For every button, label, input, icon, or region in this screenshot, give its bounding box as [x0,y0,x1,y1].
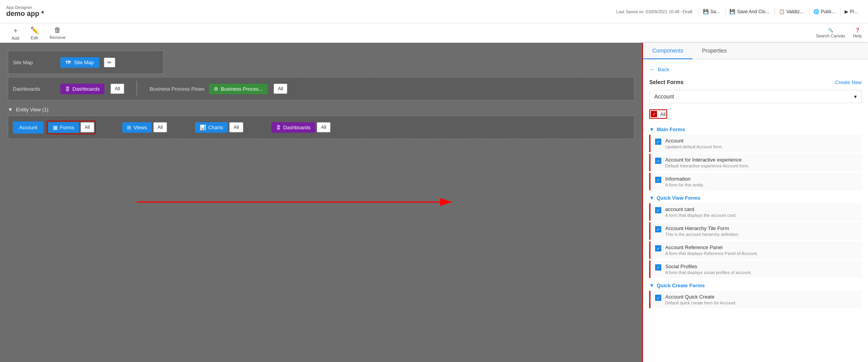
form-text-group: AccountUpdated default Account form. [665,138,723,149]
charts-chip[interactable]: 📊 Charts [195,122,228,133]
main-forms-list: ✓AccountUpdated default Account form.✓Ac… [649,135,862,190]
dashboards-row: Dashboards 🎛 Dashboards All Business Pro… [8,77,634,100]
tab-components[interactable]: Components [643,43,692,59]
select-forms-label: Select Forms [649,79,684,85]
form-checkbox[interactable]: ✓ [655,245,661,251]
form-text-group: Social ProfilesA form that displays soci… [665,264,752,275]
last-saved-text: Last Saved on :03/09/2021 10:48 ~Draft [616,9,692,14]
top-bar-actions: Last Saved on :03/09/2021 10:48 ~Draft 💾… [616,7,862,16]
forms-chip-group: ▦ Forms All [48,122,94,133]
form-checkbox[interactable]: ✓ [655,264,661,271]
entity-row: Account ▦ Forms All ⊞ Views All [8,116,634,139]
form-name: Account Hierarchy Tile Form [665,225,739,231]
main-forms-section-header[interactable]: ▼ Main Forms [649,123,862,135]
form-text-group: InformationA form for this entity. [665,176,704,187]
form-name: Account Quick Create [665,294,735,300]
annotation-arrow [8,186,456,218]
entity-dropdown[interactable]: Account ▾ [649,90,862,103]
charts-icon: 📊 [200,125,206,130]
entity-dashboards-chip[interactable]: 🎛 Dashboards [271,122,315,133]
app-designer-label: App Designer [6,5,44,10]
form-checkbox[interactable]: ✓ [655,158,661,164]
publish-button[interactable]: 🌐 Publi... [809,7,839,16]
form-checkbox[interactable]: ✓ [655,295,661,301]
add-icon: ＋ [12,26,19,35]
toolbar-right: 🔍 Search Canvas ❓ Help [816,28,862,38]
forms-all-btn[interactable]: All [81,122,94,132]
entity-view-label: Entity View (1) [16,107,49,112]
remove-tool[interactable]: 🗑 Remove [44,25,71,41]
dashboards-icon: 🎛 [65,86,70,92]
entity-dashboards-chip-group: 🎛 Dashboards All [271,122,330,133]
back-arrow-icon: ← [649,66,655,73]
views-all-btn[interactable]: All [153,122,167,132]
help-icon: ❓ [855,28,860,33]
dashboards-all-btn[interactable]: All [111,84,124,94]
app-title: demo app * [6,10,44,18]
save-close-button[interactable]: 💾 Save And Clo... [725,7,773,16]
quick-view-section-header[interactable]: ▼ Quick View Forms [649,192,862,203]
form-item: ✓Account Reference PanelA form that disp… [649,241,862,259]
sitemap-chip[interactable]: 🗺 Site Map [60,57,99,68]
account-button[interactable]: Account [13,121,44,134]
form-text-group: account cardA form that displays the acc… [665,206,736,218]
form-desc: Default quick create form for Account [665,300,735,305]
back-link[interactable]: ← Back [649,66,862,73]
help-tool[interactable]: ❓ Help [853,28,862,38]
entity-view-header: ▼ Entity View (1) [8,104,634,116]
tab-properties[interactable]: Properties [692,43,736,59]
views-icon: ⊞ [127,125,131,130]
form-item: ✓InformationA form for this entity. [649,173,862,190]
quick-view-forms-list: ✓account cardA form that displays the ac… [649,203,862,278]
entity-view-section: ▼ Entity View (1) Account ▦ Forms All ⊞ … [8,104,634,139]
quick-create-chevron-icon: ▼ [649,283,654,288]
app-canvas: Site Map 🗺 Site Map ✏ Dashboards 🎛 Dashb… [0,43,642,362]
save-icon: 💾 [703,9,709,14]
play-icon: ▶ [845,9,848,14]
entity-dashboards-icon: 🎛 [276,125,281,130]
add-tool[interactable]: ＋ Add [6,24,25,42]
form-checkbox[interactable]: ✓ [655,177,661,183]
views-chip[interactable]: ⊞ Views [122,122,151,133]
main-forms-chevron-icon: ▼ [649,127,654,132]
charts-chip-group: 📊 Charts All [195,122,243,133]
form-item: ✓AccountUpdated default Account form. [649,135,862,152]
right-panel: Components Properties ← Back Select Form… [642,43,868,362]
dropdown-value: Account [654,93,674,100]
views-chip-group: ⊞ Views All [122,122,167,133]
form-desc: Updated default Account form. [665,144,723,149]
forms-chip[interactable]: ▦ Forms [48,122,79,133]
form-item: ✓Account for Interactive experienceDefau… [649,154,862,171]
dashboards-label: Dashboards [13,86,56,92]
row-divider [137,81,137,97]
save-button[interactable]: 💾 Sa... [699,7,724,16]
business-process-label: Business Process Flows [149,86,204,92]
form-checkbox[interactable]: ✓ [655,139,661,145]
business-process-chip[interactable]: ⚙ Business Proces... [209,84,267,94]
create-new-link[interactable]: Create New [835,79,862,85]
validate-button[interactable]: 📋 Validiz... [775,7,807,16]
save-close-icon: 💾 [729,9,735,14]
form-name: account card [665,206,736,212]
form-checkbox[interactable]: ✓ [655,226,661,232]
business-process-all-btn[interactable]: All [274,84,287,94]
sitemap-edit-button[interactable]: ✏ [104,58,115,67]
dashboards-chip[interactable]: 🎛 Dashboards [60,84,104,94]
edit-tool[interactable]: ✏️ Edit [25,25,44,42]
charts-all-btn[interactable]: All [229,122,243,132]
all-checkbox[interactable]: ✓ [651,111,657,117]
panel-tabs: Components Properties [643,43,868,60]
form-text-group: Account Quick CreateDefault quick create… [665,294,735,305]
search-canvas-tool[interactable]: 🔍 Search Canvas [816,28,845,38]
form-checkbox[interactable]: ✓ [655,207,661,213]
panel-body: ← Back Select Forms Create New Account ▾… [643,60,868,316]
main-toolbar: ＋ Add ✏️ Edit 🗑 Remove 🔍 Search Canvas ❓… [0,23,868,43]
quick-create-forms-list: ✓Account Quick CreateDefault quick creat… [649,291,862,308]
form-name: Social Profiles [665,264,752,269]
form-desc: A form that displays the account card. [665,213,736,218]
play-button[interactable]: ▶ Pl... [840,7,862,16]
entity-dashboards-all-btn[interactable]: All [317,122,330,132]
form-item: ✓Account Hierarchy Tile FormThis is the … [649,222,862,240]
quick-create-section-header[interactable]: ▼ Quick Create Forms [649,279,862,291]
all-label: All [660,111,666,117]
